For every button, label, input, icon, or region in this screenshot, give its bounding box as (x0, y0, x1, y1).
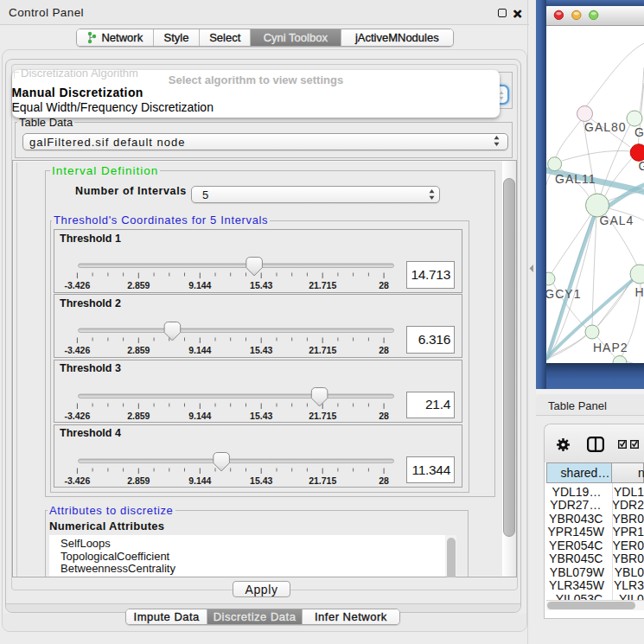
svg-text:28: 28 (379, 345, 389, 355)
svg-text:G: G (639, 159, 644, 173)
svg-text:15.43: 15.43 (250, 345, 272, 355)
svg-text:9.144: 9.144 (188, 345, 211, 355)
svg-text:H: H (635, 285, 644, 299)
svg-text:15.43: 15.43 (250, 280, 272, 290)
svg-text:9.144: 9.144 (188, 410, 211, 420)
svg-text:21.715: 21.715 (309, 345, 336, 355)
svg-text:-3.426: -3.426 (65, 280, 91, 290)
svg-text:28: 28 (379, 410, 389, 420)
svg-text:15.43: 15.43 (250, 475, 272, 485)
svg-text:28: 28 (379, 280, 389, 290)
svg-text:2.859: 2.859 (127, 345, 150, 355)
svg-text:9.144: 9.144 (188, 280, 211, 290)
svg-text:21.715: 21.715 (309, 410, 336, 420)
svg-text:-3.426: -3.426 (65, 345, 91, 355)
svg-text:GA: GA (634, 125, 644, 139)
svg-text:9.144: 9.144 (188, 475, 211, 485)
svg-text:21.715: 21.715 (309, 475, 336, 485)
svg-text:-3.426: -3.426 (65, 410, 91, 420)
svg-text:-3.426: -3.426 (65, 475, 91, 485)
svg-text:GAL4: GAL4 (600, 214, 634, 227)
svg-text:HAP2: HAP2 (593, 341, 628, 354)
svg-text:2.859: 2.859 (127, 280, 150, 290)
svg-text:GAL80: GAL80 (584, 120, 627, 134)
svg-text:28: 28 (379, 475, 389, 485)
svg-text:GAL11: GAL11 (555, 172, 596, 186)
svg-text:21.715: 21.715 (309, 280, 336, 290)
svg-text:2.859: 2.859 (127, 410, 150, 420)
svg-text:2.859: 2.859 (127, 475, 150, 485)
svg-text:GCY1: GCY1 (546, 287, 581, 301)
svg-text:15.43: 15.43 (250, 410, 272, 420)
